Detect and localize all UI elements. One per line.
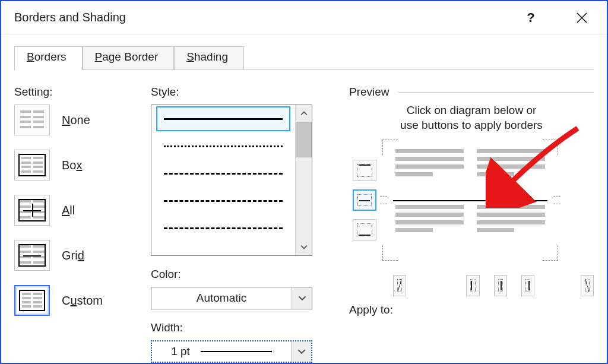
color-label: Color: bbox=[151, 268, 332, 281]
style-scrollbar[interactable] bbox=[295, 105, 312, 255]
setting-grid[interactable]: Grid bbox=[14, 240, 134, 271]
preview-header: Preview bbox=[349, 86, 594, 99]
tab-borders[interactable]: Borders bbox=[14, 46, 83, 71]
setting-none[interactable]: None bbox=[14, 105, 134, 135]
tab-page-border[interactable]: Page Border bbox=[83, 46, 175, 70]
border-top-mid-bottom-buttons bbox=[353, 160, 376, 240]
width-dropdown-button[interactable] bbox=[291, 341, 311, 362]
setting-list: None Box All bbox=[14, 105, 134, 316]
color-dropdown[interactable]: Automatic bbox=[151, 287, 312, 309]
scroll-track[interactable] bbox=[296, 157, 312, 239]
preview-caption-1: Click on diagram below or bbox=[349, 103, 594, 118]
border-bottom-button[interactable] bbox=[353, 219, 376, 240]
setting-box-icon bbox=[14, 150, 50, 181]
style-dash[interactable] bbox=[156, 188, 290, 213]
border-right-button[interactable] bbox=[521, 275, 534, 296]
scroll-thumb[interactable] bbox=[296, 122, 312, 157]
width-dropdown[interactable]: 1 pt bbox=[151, 340, 312, 363]
dialog-body: Borders Page Border Shading Setting: Non… bbox=[1, 34, 607, 363]
width-value: 1 pt bbox=[152, 341, 291, 362]
setting-grid-label: Grid bbox=[62, 249, 84, 262]
setting-box-label: Box bbox=[62, 159, 82, 172]
style-items bbox=[151, 105, 295, 255]
style-dash-dot[interactable] bbox=[156, 216, 290, 240]
setting-custom-label: Custom bbox=[62, 294, 103, 308]
edge-mark-icon bbox=[553, 196, 560, 204]
border-vmid-button[interactable] bbox=[494, 275, 507, 296]
preview-label: Preview bbox=[349, 86, 390, 99]
chevron-down-icon bbox=[298, 294, 306, 302]
setting-none-label: None bbox=[62, 113, 90, 127]
style-list[interactable] bbox=[151, 105, 312, 256]
preview-section: Preview Click on diagram below or use bu… bbox=[349, 86, 594, 363]
preview-vertical-buttons bbox=[393, 275, 594, 296]
style-solid[interactable] bbox=[156, 106, 290, 131]
style-section: Style: bbox=[151, 86, 332, 363]
border-hmid-button[interactable] bbox=[353, 189, 376, 211]
preview-caption: Click on diagram below or use buttons to… bbox=[349, 103, 594, 132]
color-value: Automatic bbox=[151, 287, 292, 309]
style-dotted[interactable] bbox=[156, 134, 290, 159]
tab-shading[interactable]: Shading bbox=[174, 46, 244, 70]
scroll-down-icon[interactable] bbox=[296, 239, 312, 255]
tab-strip: Borders Page Border Shading bbox=[14, 46, 594, 70]
setting-all-icon bbox=[14, 195, 50, 226]
setting-custom[interactable]: Custom bbox=[14, 285, 134, 316]
setting-label: Setting: bbox=[14, 86, 134, 99]
preview-area bbox=[353, 141, 594, 259]
title-bar: Borders and Shading ? bbox=[1, 1, 607, 34]
style-label: Style: bbox=[151, 86, 332, 99]
border-top-button[interactable] bbox=[353, 160, 376, 181]
close-button[interactable] bbox=[566, 5, 597, 30]
preview-diagram[interactable] bbox=[387, 141, 553, 259]
color-dropdown-button[interactable] bbox=[292, 287, 312, 309]
chevron-down-icon bbox=[297, 347, 306, 356]
setting-grid-icon bbox=[14, 240, 50, 271]
edge-mark-icon bbox=[380, 196, 387, 204]
setting-all[interactable]: All bbox=[14, 195, 134, 226]
style-dash-fine[interactable] bbox=[156, 161, 290, 186]
setting-none-icon bbox=[14, 105, 50, 135]
help-button[interactable]: ? bbox=[515, 5, 546, 30]
border-diag-up-button[interactable] bbox=[581, 275, 594, 296]
scroll-up-icon[interactable] bbox=[296, 105, 312, 122]
border-diag-down-button[interactable] bbox=[393, 275, 406, 296]
width-line-preview bbox=[201, 351, 272, 352]
width-value-text: 1 pt bbox=[171, 345, 190, 358]
apply-to-label: Apply to: bbox=[349, 303, 594, 316]
setting-custom-icon bbox=[14, 285, 50, 316]
width-label: Width: bbox=[151, 321, 332, 334]
dialog-title: Borders and Shading bbox=[14, 11, 126, 24]
setting-box[interactable]: Box bbox=[14, 150, 134, 181]
content-columns: Setting: None Box bbox=[14, 70, 594, 363]
close-icon bbox=[576, 12, 588, 24]
preview-text-icon bbox=[395, 149, 545, 251]
border-left-button[interactable] bbox=[466, 275, 479, 296]
setting-section: Setting: None Box bbox=[14, 86, 134, 363]
preview-caption-2: use buttons to apply borders bbox=[349, 118, 594, 133]
setting-all-label: All bbox=[62, 204, 75, 217]
